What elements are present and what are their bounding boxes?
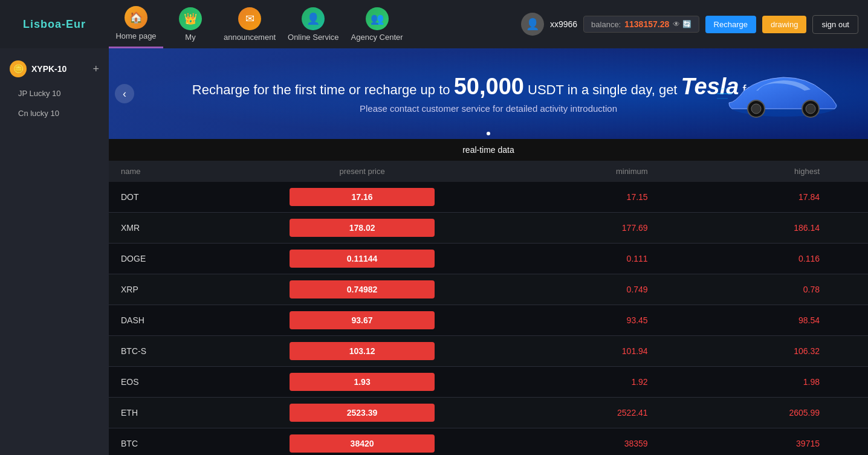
home-icon: 🏠: [125, 6, 147, 29]
cell-name: BTC-S: [109, 336, 202, 367]
table-row: BTC-S103.12101.94106.32: [109, 336, 868, 367]
cell-max: 0.116: [696, 244, 868, 274]
cell-name: BTC: [109, 428, 202, 456]
cell-price: 38420: [202, 428, 522, 456]
svg-point-2: [751, 104, 761, 114]
banner-dot-1[interactable]: [487, 132, 490, 135]
banner-prev-arrow[interactable]: ‹: [115, 84, 134, 103]
sidebar-header[interactable]: 🪙 XYPK-10 +: [0, 54, 109, 83]
cell-name: XMR: [109, 213, 202, 244]
sidebar-header-left: 🪙 XYPK-10: [10, 60, 66, 77]
cell-min: 93.45: [522, 305, 696, 336]
cell-max: 1.98: [696, 367, 868, 398]
balance-box: balance: 1138157.28 👁 🔄: [583, 16, 699, 33]
table-row: DOT17.1617.1517.84: [109, 182, 868, 213]
banner-sub-line: Please contact customer service for deta…: [192, 103, 785, 114]
cell-max: 186.14: [696, 213, 868, 244]
cell-min: 1.92: [522, 367, 696, 398]
sidebar-item-jp-lucky[interactable]: JP Lucky 10: [0, 83, 109, 103]
sidebar-group: 🪙 XYPK-10 + JP Lucky 10 Cn lucky 10: [0, 54, 109, 123]
topnav: Lisboa-Eur 🏠 Home page 👑 My ✉ announceme…: [0, 0, 868, 48]
tab-online-service[interactable]: 👤 Online Service: [282, 0, 345, 48]
table-row: DASH93.6793.4598.54: [109, 305, 868, 336]
avatar: 👤: [521, 13, 544, 36]
username: xx9966: [550, 19, 577, 29]
cell-max: 0.78: [696, 274, 868, 305]
cell-name: DOT: [109, 182, 202, 213]
svg-point-4: [806, 104, 815, 114]
content: ‹ Recharge for the first time or recharg…: [109, 48, 868, 455]
table-row: BTC384203835939715: [109, 428, 868, 456]
data-table: name present price minimum highest DOT17…: [109, 161, 868, 455]
banner-car-image: [717, 57, 850, 130]
signout-button[interactable]: sign out: [812, 15, 858, 34]
cell-min: 2522.41: [522, 398, 696, 428]
col-min: minimum: [522, 161, 696, 182]
cell-name: XRP: [109, 274, 202, 305]
main-layout: 🪙 XYPK-10 + JP Lucky 10 Cn lucky 10 ‹ Re…: [0, 48, 868, 455]
logo: Lisboa-Eur: [0, 18, 109, 31]
online-service-icon: 👤: [302, 7, 325, 30]
cell-price: 0.74982: [202, 274, 522, 305]
cell-price: 93.67: [202, 305, 522, 336]
cell-min: 101.94: [522, 336, 696, 367]
cell-max: 2605.99: [696, 398, 868, 428]
col-name: name: [109, 161, 202, 182]
table-row: XMR178.02177.69186.14: [109, 213, 868, 244]
cell-min: 17.15: [522, 182, 696, 213]
cell-name: DOGE: [109, 244, 202, 274]
tab-home[interactable]: 🏠 Home page: [109, 0, 163, 48]
cell-min: 177.69: [522, 213, 696, 244]
cell-min: 38359: [522, 428, 696, 456]
table-row: XRP0.749820.7490.78: [109, 274, 868, 305]
my-icon: 👑: [179, 7, 202, 30]
cell-price: 17.16: [202, 182, 522, 213]
cell-name: ETH: [109, 398, 202, 428]
data-header: real-time data: [109, 139, 868, 161]
sidebar-item-cn-lucky[interactable]: Cn lucky 10: [0, 103, 109, 123]
cell-max: 106.32: [696, 336, 868, 367]
table-row: DOGE0.111440.1110.116: [109, 244, 868, 274]
data-section: real-time data name present price minimu…: [109, 139, 868, 455]
nav-right: 👤 xx9966 balance: 1138157.28 👁 🔄 Recharg…: [521, 13, 868, 36]
cell-price: 103.12: [202, 336, 522, 367]
cell-max: 17.84: [696, 182, 868, 213]
sidebar-group-name: XYPK-10: [31, 64, 66, 74]
banner-text: Recharge for the first time or recharge …: [192, 74, 785, 114]
cell-name: DASH: [109, 305, 202, 336]
balance-refresh-icon[interactable]: 👁 🔄: [673, 20, 691, 28]
nav-tabs: 🏠 Home page 👑 My ✉ announcement 👤 Online…: [109, 0, 521, 48]
tab-agency-center[interactable]: 👥 Agency Center: [345, 0, 409, 48]
table-row: ETH2523.392522.412605.99: [109, 398, 868, 428]
cell-price: 1.93: [202, 367, 522, 398]
tab-announcement[interactable]: ✉ announcement: [218, 0, 282, 48]
cell-min: 0.111: [522, 244, 696, 274]
banner-main-line: Recharge for the first time or recharge …: [192, 74, 785, 100]
drawing-button[interactable]: drawing: [762, 16, 807, 33]
agency-center-icon: 👥: [366, 7, 389, 30]
col-price: present price: [202, 161, 522, 182]
col-max: highest: [696, 161, 868, 182]
recharge-button[interactable]: Recharge: [705, 16, 756, 33]
cell-price: 178.02: [202, 213, 522, 244]
sidebar-group-icon: 🪙: [10, 60, 27, 77]
balance-value: 1138157.28: [624, 19, 669, 29]
banner-dots: [487, 132, 490, 135]
cell-name: EOS: [109, 367, 202, 398]
sidebar: 🪙 XYPK-10 + JP Lucky 10 Cn lucky 10: [0, 48, 109, 455]
announcement-icon: ✉: [238, 7, 261, 30]
cell-max: 98.54: [696, 305, 868, 336]
cell-min: 0.749: [522, 274, 696, 305]
cell-max: 39715: [696, 428, 868, 456]
table-row: EOS1.931.921.98: [109, 367, 868, 398]
cell-price: 0.11144: [202, 244, 522, 274]
banner: ‹ Recharge for the first time or recharg…: [109, 48, 868, 139]
sidebar-add-button[interactable]: +: [92, 63, 99, 76]
tab-my[interactable]: 👑 My: [163, 0, 218, 48]
cell-price: 2523.39: [202, 398, 522, 428]
